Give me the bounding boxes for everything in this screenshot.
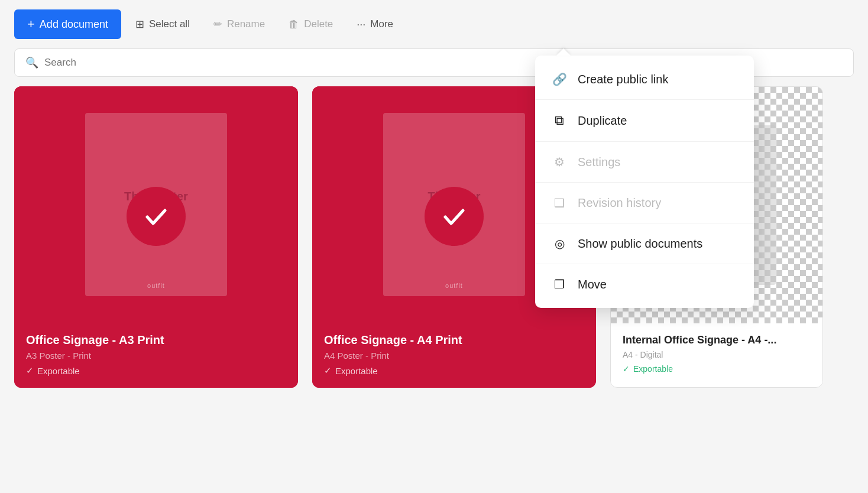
plus-icon: + (27, 17, 35, 32)
rename-button[interactable]: ✏ Rename (204, 12, 274, 37)
link-icon: 🔗 (552, 72, 567, 86)
card-exportable-1: ✓ Exportable (26, 365, 286, 376)
card-footer-1: Office Signage - A3 Print A3 Poster - Pr… (14, 323, 298, 388)
poster-label-2: outfit (445, 282, 463, 289)
card-office-signage-a3[interactable]: This posterw e outfit Office Signage - A… (14, 86, 298, 388)
show-public-icon: ◎ (552, 236, 567, 251)
exportable-label-2: Exportable (335, 366, 378, 376)
exportable-label-3: Exportable (633, 364, 673, 374)
exportable-label-1: Exportable (37, 366, 80, 376)
more-button[interactable]: ··· More (347, 12, 403, 37)
check-icon-2: ✓ (324, 365, 332, 376)
toolbar: + Add document ⊞ Select all ✏ Rename 🗑 D… (0, 0, 868, 48)
selected-check-2 (425, 187, 484, 246)
selected-check-1 (127, 187, 186, 246)
more-icon: ··· (357, 18, 365, 31)
more-label: More (370, 18, 393, 30)
dropdown-item-move[interactable]: ❐ Move (535, 267, 754, 302)
delete-button[interactable]: 🗑 Delete (279, 12, 342, 37)
select-all-button[interactable]: ⊞ Select all (126, 12, 199, 37)
settings-icon: ⚙ (552, 155, 567, 169)
duplicate-label: Duplicate (578, 114, 627, 128)
select-all-label: Select all (149, 18, 190, 30)
card-thumbnail-1: This posterw e outfit (14, 86, 298, 323)
revision-history-icon: ❑ (552, 196, 567, 210)
delete-label: Delete (304, 18, 333, 30)
card-subtitle-3: A4 - Digital (623, 350, 811, 359)
divider-4 (535, 223, 754, 223)
delete-icon: 🗑 (289, 18, 299, 31)
card-title-2: Office Signage - A4 Print (324, 333, 584, 347)
poster-label-1: outfit (147, 282, 165, 289)
settings-label: Settings (578, 155, 620, 169)
card-footer-2: Office Signage - A4 Print A4 Poster - Pr… (312, 323, 596, 388)
card-title-3: Internal Office Signage - A4 -... (623, 334, 811, 346)
more-dropdown: 🔗 Create public link ⧉ Duplicate ⚙ Setti… (535, 48, 754, 308)
duplicate-icon: ⧉ (552, 113, 567, 128)
card-exportable-2: ✓ Exportable (324, 365, 584, 376)
card-subtitle-2: A4 Poster - Print (324, 351, 584, 361)
card-title-1: Office Signage - A3 Print (26, 333, 286, 347)
card-footer-3: Internal Office Signage - A4 -... A4 - D… (611, 323, 822, 385)
dropdown-item-duplicate[interactable]: ⧉ Duplicate (535, 102, 754, 139)
revision-history-label: Revision history (578, 196, 661, 210)
dropdown-item-revision-history[interactable]: ❑ Revision history (535, 185, 754, 220)
rename-label: Rename (227, 18, 265, 30)
move-icon: ❐ (552, 277, 567, 291)
divider-2 (535, 141, 754, 142)
select-all-icon: ⊞ (135, 18, 144, 31)
add-document-button[interactable]: + Add document (14, 9, 121, 39)
card-exportable-3: ✓ Exportable (623, 364, 811, 374)
search-icon: 🔍 (25, 56, 38, 69)
dropdown-item-create-public-link[interactable]: 🔗 Create public link (535, 61, 754, 97)
add-document-label: Add document (40, 18, 108, 31)
card-subtitle-1: A3 Poster - Print (26, 351, 286, 361)
dropdown-item-settings[interactable]: ⚙ Settings (535, 144, 754, 180)
move-label: Move (578, 278, 607, 291)
divider-3 (535, 182, 754, 183)
create-public-link-label: Create public link (578, 73, 668, 86)
dropdown-menu: 🔗 Create public link ⧉ Duplicate ⚙ Setti… (535, 56, 754, 308)
divider-1 (535, 99, 754, 100)
dropdown-arrow (556, 48, 571, 56)
check-icon-3: ✓ (623, 364, 630, 374)
divider-5 (535, 264, 754, 264)
dropdown-item-show-public-documents[interactable]: ◎ Show public documents (535, 226, 754, 261)
check-icon-1: ✓ (26, 365, 34, 376)
rename-icon: ✏ (213, 18, 222, 31)
show-public-label: Show public documents (578, 237, 702, 251)
